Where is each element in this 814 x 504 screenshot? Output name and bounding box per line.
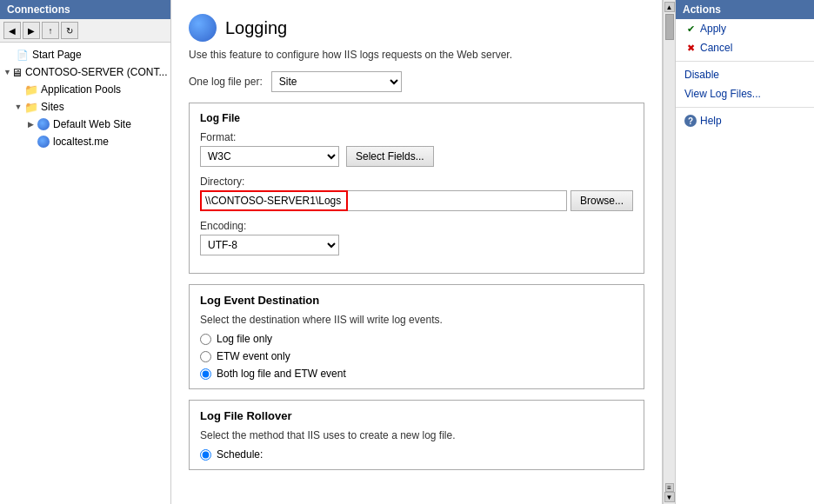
directory-input-group xyxy=(200,190,567,211)
cancel-icon: ✖ xyxy=(684,42,697,54)
directory-input-left[interactable] xyxy=(200,190,348,211)
disable-label: Disable xyxy=(684,69,719,81)
page-icon: 📄 xyxy=(16,48,30,62)
actions-header: Actions xyxy=(676,0,814,19)
directory-input-right[interactable] xyxy=(348,190,567,211)
encoding-row: Encoding: UTF-8 ANSI xyxy=(200,220,633,255)
sidebar-label: Default Web Site xyxy=(53,118,131,130)
log-rollover-title: Log File Rollover xyxy=(200,409,633,422)
radio-etw-only-label: ETW event only xyxy=(217,350,290,362)
folder-icon: 📁 xyxy=(24,100,38,114)
browse-button[interactable]: Browse... xyxy=(570,190,633,211)
scroll-thumb[interactable] xyxy=(665,14,674,40)
content-area: Logging Use this feature to configure ho… xyxy=(171,0,663,504)
action-separator-2 xyxy=(676,107,814,108)
actions-panel: Actions ✔ Apply ✖ Cancel Disable View Lo… xyxy=(675,0,814,504)
action-separator-1 xyxy=(676,61,814,62)
apply-action[interactable]: ✔ Apply xyxy=(676,19,814,38)
sidebar-label: Sites xyxy=(41,101,64,113)
one-log-file-select[interactable]: Site Server Application Pool xyxy=(271,71,402,92)
scroll-grip[interactable]: ≡ xyxy=(665,483,674,492)
sidebar-item-start-page[interactable]: 📄 Start Page xyxy=(0,46,170,63)
back-button[interactable]: ◀ xyxy=(3,22,21,39)
help-icon: ? xyxy=(684,115,697,127)
expander: ▼ xyxy=(3,68,11,76)
sidebar-tree: 📄 Start Page ▼ 🖥 CONTOSO-SERVER (CONT...… xyxy=(0,43,170,504)
encoding-label: Encoding: xyxy=(200,220,633,232)
radio-schedule-label: Schedule: xyxy=(217,448,263,461)
server-icon: 🖥 xyxy=(11,65,23,79)
cancel-label: Cancel xyxy=(700,42,732,54)
sidebar-item-sites[interactable]: ▼ 📁 Sites xyxy=(0,98,170,116)
logging-icon xyxy=(189,14,217,42)
log-file-section: Log File Format: W3C IIS NCSA Custom Sel… xyxy=(189,103,644,274)
radio-log-file-only-input[interactable] xyxy=(200,334,211,345)
one-log-file-row: One log file per: Site Server Applicatio… xyxy=(189,71,644,92)
log-rollover-desc: Select the method that IIS uses to creat… xyxy=(200,429,633,441)
expander: ▼ xyxy=(12,103,24,111)
log-event-section: Log Event Destination Select the destina… xyxy=(189,284,644,389)
radio-etw-only-input[interactable] xyxy=(200,351,211,362)
sidebar-item-application-pools[interactable]: 📁 Application Pools xyxy=(0,81,170,98)
radio-log-file-only[interactable]: Log file only xyxy=(200,333,633,345)
sidebar-label: CONTOSO-SERVER (CONT... xyxy=(25,66,168,78)
sidebar-label: Application Pools xyxy=(41,83,121,96)
main-content: Logging Use this feature to configure ho… xyxy=(171,0,675,504)
radio-schedule-input[interactable] xyxy=(200,449,211,461)
help-label: Help xyxy=(700,115,722,127)
format-row: Format: W3C IIS NCSA Custom Select Field… xyxy=(200,131,633,167)
expander: ▶ xyxy=(24,120,37,129)
sidebar-item-default-web-site[interactable]: ▶ Default Web Site xyxy=(0,116,170,133)
log-rollover-section: Log File Rollover Select the method that… xyxy=(189,400,644,470)
help-action[interactable]: ? Help xyxy=(676,111,814,130)
refresh-button[interactable]: ↻ xyxy=(61,22,78,39)
apply-icon: ✔ xyxy=(684,23,697,35)
sidebar-item-contoso-server[interactable]: ▼ 🖥 CONTOSO-SERVER (CONT... xyxy=(0,63,170,81)
sidebar-toolbar: ◀ ▶ ↑ ↻ xyxy=(0,19,170,43)
scroll-down-arrow[interactable]: ▼ xyxy=(664,492,675,502)
radio-both[interactable]: Both log file and ETW event xyxy=(200,368,633,380)
sidebar: Connections ◀ ▶ ↑ ↻ 📄 Start Page ▼ 🖥 CON… xyxy=(0,0,171,504)
log-event-title: Log Event Destination xyxy=(200,294,633,307)
scroll-track xyxy=(665,14,674,481)
log-event-radio-group: Log file only ETW event only Both log fi… xyxy=(200,333,633,380)
cancel-action[interactable]: ✖ Cancel xyxy=(676,38,814,57)
content-description: Use this feature to configure how IIS lo… xyxy=(189,49,644,61)
sidebar-item-localtest-me[interactable]: localtest.me xyxy=(0,133,170,150)
format-label: Format: xyxy=(200,131,633,143)
globe-icon xyxy=(37,117,50,131)
forward-button[interactable]: ▶ xyxy=(23,22,40,39)
main-scrollbar: ▲ ≡ ▼ xyxy=(663,0,675,504)
radio-both-input[interactable] xyxy=(200,368,211,380)
sidebar-header: Connections xyxy=(0,0,170,19)
directory-row: Directory: Browse... xyxy=(200,176,633,211)
select-fields-button[interactable]: Select Fields... xyxy=(346,146,434,167)
radio-schedule[interactable]: Schedule: xyxy=(200,448,633,461)
view-log-files-label: View Log Files... xyxy=(684,88,761,100)
folder-icon: 📁 xyxy=(24,83,38,96)
scroll-up-arrow[interactable]: ▲ xyxy=(664,2,675,12)
page-title: Logging xyxy=(225,18,287,38)
radio-log-file-only-label: Log file only xyxy=(217,333,272,345)
directory-label: Directory: xyxy=(200,176,633,188)
radio-etw-only[interactable]: ETW event only xyxy=(200,350,633,362)
sidebar-label: Start Page xyxy=(32,49,82,61)
globe-icon xyxy=(37,135,50,149)
log-rollover-radio-group: Schedule: xyxy=(200,448,633,461)
disable-action[interactable]: Disable xyxy=(676,65,814,84)
format-select[interactable]: W3C IIS NCSA Custom xyxy=(200,146,339,167)
sidebar-label: localtest.me xyxy=(53,136,109,148)
encoding-select[interactable]: UTF-8 ANSI xyxy=(200,235,339,255)
radio-both-label: Both log file and ETW event xyxy=(217,368,346,380)
up-button[interactable]: ↑ xyxy=(42,22,59,39)
view-log-files-action[interactable]: View Log Files... xyxy=(676,84,814,103)
log-file-title: Log File xyxy=(200,112,633,124)
content-header: Logging xyxy=(189,14,644,42)
apply-label: Apply xyxy=(700,23,726,35)
log-event-desc: Select the destination where IIS will wr… xyxy=(200,314,633,326)
one-log-file-label: One log file per: xyxy=(189,76,263,88)
